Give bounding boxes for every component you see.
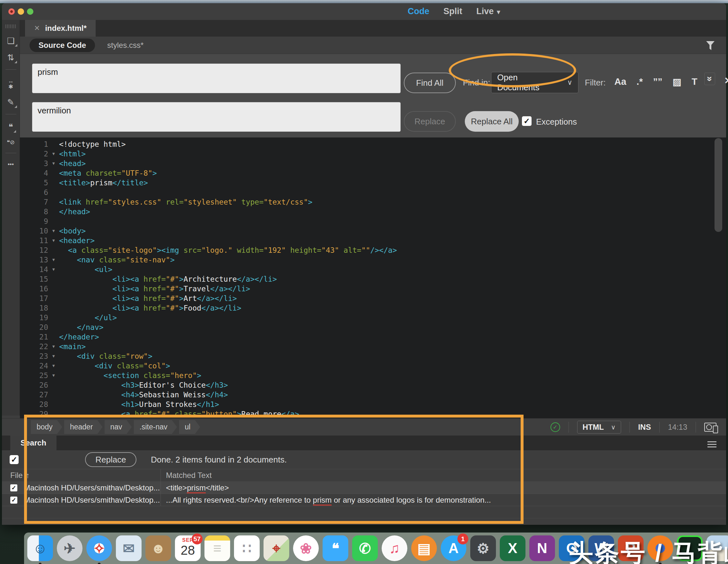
code-line: 13▼<nav class="site-nav"> [20,255,726,264]
expand-results-icon[interactable]: » [704,73,715,85]
replace-button[interactable]: Replace [404,111,456,132]
fold-arrow-icon[interactable]: ▼ [48,255,59,264]
running-indicator [98,563,101,564]
fold-arrow-icon[interactable]: ▼ [48,226,59,236]
line-number: 27 [20,390,48,400]
dock-excel[interactable]: X [500,535,525,561]
open-documents-icon[interactable]: ❏ [7,37,14,45]
dock-notes[interactable]: ≡ [204,535,230,561]
zoom-window-button[interactable] [27,8,33,15]
dock-reminders[interactable]: ∷ [234,535,260,561]
find-replace-bar: prism Find All Find in: Open Documents ∨… [20,54,726,137]
flyout-corner [14,61,17,63]
view-mode-live[interactable]: Live▾ [476,6,500,16]
dock-photos[interactable]: ❀ [293,535,319,561]
remove-comment-icon[interactable]: ❝⊘ [7,139,15,145]
fold-arrow-icon[interactable]: ▼ [48,352,59,361]
view-mode-code[interactable]: Code [408,6,429,16]
result-checkbox[interactable]: ✓ [10,484,17,491]
close-find-bar-icon[interactable]: ✕ [724,75,728,86]
dock-launchpad[interactable]: ✈ [57,535,82,561]
result-row[interactable]: ✓Macintosh HD/Users/smithav/Desktop...<t… [2,482,726,494]
doc-type-dropdown[interactable]: HTML ∨ [577,421,621,434]
code-line: 12<a class="site-logo"><img src="logo." … [20,245,726,255]
breadcrumb-item-nav[interactable]: nav [105,420,132,434]
line-number: 4 [20,168,48,178]
dock-mail[interactable]: ✉ [116,535,142,561]
fold-arrow-icon[interactable]: ▼ [48,236,59,245]
ignore-whitespace-icon[interactable]: ▨ [672,76,681,87]
breadcrumb-item-header[interactable]: header [64,420,103,434]
launchpad-glyph: ✈ [64,540,76,557]
dock-app-store[interactable]: A1 [441,535,466,561]
breadcrumb-item-body[interactable]: body [31,420,62,434]
close-tab-icon[interactable]: ✕ [34,24,40,32]
code-line: 25▼<section class="hero"> [20,371,726,380]
breadcrumb-item-ul[interactable]: ul [179,420,200,434]
text-only-icon[interactable]: T [692,76,698,87]
fold-arrow-icon[interactable]: ▼ [48,361,59,371]
dock-finder[interactable]: ☺ [27,535,53,561]
dock-facetime[interactable]: ✆ [352,535,378,561]
result-row[interactable]: ✓Macintosh HD/Users/smithav/Desktop.....… [2,494,726,506]
code-editor[interactable]: 1<!doctype html>2▼<html>3▼<head>4<meta c… [20,137,726,418]
code-line: 28<h1>Urban Strokes</h1> [20,400,726,409]
related-file-source-code[interactable]: Source Code [30,39,95,52]
dock-system-preferences[interactable]: ⚙ [470,535,496,561]
dock-itunes[interactable]: ♫ [382,535,407,561]
search-input[interactable]: prism [32,64,401,93]
dock-messages[interactable]: ❝ [323,535,348,561]
result-checkbox[interactable]: ✓ [10,497,17,504]
replace-all-button[interactable]: Replace All [465,111,519,132]
tab-index-html[interactable]: ✕ index.html* [25,20,96,37]
whole-word-icon[interactable]: ”” [653,76,662,87]
fold-arrow-icon[interactable]: ▼ [48,149,59,159]
find-in-dropdown[interactable]: Open Documents ∨ [491,72,578,93]
exceptions-checkbox[interactable]: ✓ [522,116,532,126]
line-number: 22 [20,342,48,352]
close-window-button[interactable] [8,8,15,15]
file-sync-icon[interactable]: ⇅ [7,53,14,62]
fold-arrow-icon[interactable]: ▼ [48,342,59,352]
dock-contacts[interactable]: ☻ [145,535,171,561]
view-mode-split[interactable]: Split [444,6,463,16]
find-replace-icon[interactable]: ↔ ✱ [8,78,14,90]
select-all-checkbox[interactable]: ✓ [10,455,19,464]
dock-maps[interactable]: ⌖ [264,535,289,561]
match-case-icon[interactable]: Aa [614,76,626,87]
line-number: 15 [20,274,48,284]
fold-arrow-icon[interactable]: ▼ [48,264,59,274]
editor-scrollbar[interactable] [715,138,722,232]
filter-funnel-icon[interactable] [706,41,715,50]
results-replace-button[interactable]: Replace [85,452,136,467]
related-file-styles-css[interactable]: styles.css* [107,41,143,50]
panel-menu-icon[interactable] [707,441,716,442]
code-line: 17<li><a href="#">Art</a></li> [20,294,726,303]
desktop-top-strip [0,0,728,3]
fold-arrow-icon[interactable]: ▼ [48,371,59,380]
fold-gutter [48,245,59,255]
replace-input[interactable]: vermilion [32,102,401,132]
dock-ibooks[interactable]: ▤ [411,535,437,561]
insert-mode-indicator: INS [638,423,651,432]
regex-icon[interactable]: .* [637,76,643,87]
breadcrumb-item-site-nav[interactable]: .site-nav [134,420,177,434]
code-line: 2▼<html> [20,149,726,159]
apply-comment-icon[interactable]: ❝ [9,123,13,131]
excel-glyph: X [508,540,517,556]
minimize-window-button[interactable] [18,8,24,15]
code-format-icon[interactable]: ✎ [7,98,14,106]
toolbar-options-icon[interactable]: ••• [8,161,14,167]
matched-text-column-header[interactable]: Matched Text [160,469,726,482]
fold-arrow-icon[interactable]: ▼ [48,159,59,168]
line-number: 26 [20,380,48,390]
file-column-header[interactable]: File ↑ [2,471,160,480]
result-file-path: Macintosh HD/Users/smithav/Desktop... [24,496,160,505]
dock-calendar[interactable]: SEP2857 [175,535,201,561]
toolbar-grip-icon[interactable] [5,24,16,28]
dock-onenote[interactable]: N [529,535,555,561]
find-all-button[interactable]: Find All [404,73,456,93]
dock-safari[interactable]: ✧ [86,535,112,561]
tab-search[interactable]: Search [10,436,56,450]
realtime-preview-icon[interactable] [704,423,716,432]
